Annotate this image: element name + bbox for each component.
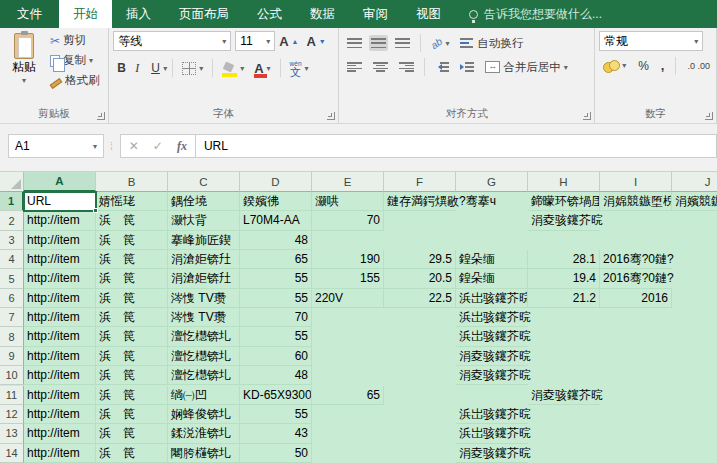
cell-I5[interactable]: 2016骞?0鏈? bbox=[600, 269, 672, 288]
font-size-select[interactable]: 11▾ bbox=[235, 31, 275, 51]
cell-B2[interactable]: 浜 笢 bbox=[96, 211, 168, 230]
row-header-8[interactable]: 8 bbox=[0, 327, 24, 346]
cell-G5[interactable]: 鍠朵缅 bbox=[456, 269, 528, 288]
cell-D2[interactable]: L70M4-AA bbox=[240, 211, 312, 230]
cell-B12[interactable]: 浜 笢 bbox=[96, 405, 168, 424]
bold-button[interactable]: B bbox=[113, 59, 129, 77]
row-header-3[interactable]: 3 bbox=[0, 231, 24, 250]
cell-D1[interactable]: 鍨嬪彿 bbox=[240, 192, 312, 211]
cell-H2[interactable]: 涓夌骇鑳芥晥 bbox=[528, 211, 600, 230]
wrap-text-button[interactable]: 自动换行 bbox=[456, 34, 527, 53]
cell-E4[interactable]: 190 bbox=[312, 250, 384, 269]
cell-A11[interactable]: http://item bbox=[24, 386, 96, 405]
cell-G7[interactable]: 浜岀骇鑳芥晥 bbox=[456, 308, 528, 327]
increase-indent-button[interactable] bbox=[456, 59, 478, 75]
cell-D3[interactable]: 48 bbox=[240, 231, 312, 250]
cell-C12[interactable]: 娴蜂俊锛圠 bbox=[168, 405, 240, 424]
cell-B10[interactable]: 浜 笢 bbox=[96, 366, 168, 385]
font-name-select[interactable]: 等线▾ bbox=[113, 31, 231, 51]
formula-bar-grip[interactable]: ⁞ bbox=[110, 141, 114, 152]
cell-C3[interactable]: 搴峰斾匠鍥 bbox=[168, 231, 240, 250]
cell-D14[interactable]: 50 bbox=[240, 444, 312, 463]
copy-dropdown-arrow[interactable]: ▾ bbox=[89, 56, 93, 65]
row-header-12[interactable]: 12 bbox=[0, 405, 24, 424]
cell-G8[interactable]: 浜岀骇鑳芥晥 bbox=[456, 327, 528, 346]
cell-F1[interactable]: 鏈存満鍔熼敭?骞搴ч bbox=[384, 192, 456, 211]
cell-A7[interactable]: http://item bbox=[24, 308, 96, 327]
copy-button[interactable]: 复制 ▾ bbox=[46, 51, 106, 70]
row-header-11[interactable]: 11 bbox=[0, 386, 24, 405]
name-box[interactable]: A1 ▾ bbox=[8, 134, 104, 158]
alignment-dialog-launcher[interactable] bbox=[583, 112, 591, 120]
cell-C4[interactable]: 涓滄姖锛圱 bbox=[168, 250, 240, 269]
select-all-button[interactable] bbox=[0, 172, 24, 192]
name-box-dropdown-arrow[interactable]: ▾ bbox=[93, 142, 97, 151]
cancel-button[interactable]: ✕ bbox=[129, 139, 139, 153]
cell-I6[interactable]: 2016 bbox=[600, 289, 672, 308]
column-header-A[interactable]: A bbox=[24, 172, 96, 192]
format-painter-button[interactable]: 格式刷 bbox=[46, 71, 106, 90]
tab-data[interactable]: 数据 bbox=[296, 0, 349, 28]
cell-H1[interactable]: 鍗曚环锛堝厓锛? bbox=[528, 192, 600, 211]
cell-G4[interactable]: 鍠朵缅 bbox=[456, 250, 528, 269]
cell-A5[interactable]: http://item bbox=[24, 269, 96, 288]
cell-D11[interactable]: KD-65X9300 bbox=[240, 386, 312, 405]
cell-E2[interactable]: 70 bbox=[312, 211, 384, 230]
row-header-14[interactable]: 14 bbox=[0, 444, 24, 463]
row-header-5[interactable]: 5 bbox=[0, 269, 24, 288]
cell-C2[interactable]: 灏忕背 bbox=[168, 211, 240, 230]
tab-page-layout[interactable]: 页面布局 bbox=[165, 0, 243, 28]
decimal-buttons[interactable]: .0 .00 bbox=[683, 59, 714, 73]
cell-F5[interactable]: 20.5 bbox=[384, 269, 456, 288]
cell-D13[interactable]: 43 bbox=[240, 424, 312, 443]
cell-C1[interactable]: 鍝佺墝 bbox=[168, 192, 240, 211]
cell-G13[interactable]: 浜岀骇鑳芥晥 bbox=[456, 424, 528, 443]
cell-G14[interactable]: 涓夌骇鑳芥晥 bbox=[456, 444, 528, 463]
cell-B8[interactable]: 浜 笢 bbox=[96, 327, 168, 346]
decrease-indent-button[interactable] bbox=[431, 59, 453, 75]
cell-D8[interactable]: 55 bbox=[240, 327, 312, 346]
italic-button[interactable]: I bbox=[131, 59, 145, 78]
cell-G12[interactable]: 浜岀骇鑳芥晥 bbox=[456, 405, 528, 424]
tab-view[interactable]: 视图 bbox=[402, 0, 455, 28]
merge-dropdown-arrow[interactable]: ▾ bbox=[564, 63, 568, 72]
cell-H6[interactable]: 21.2 bbox=[528, 289, 600, 308]
cell-A6[interactable]: http://item bbox=[24, 289, 96, 308]
column-header-D[interactable]: D bbox=[240, 172, 312, 192]
cell-E1[interactable]: 灏哄 bbox=[312, 192, 384, 211]
cell-H4[interactable]: 28.1 bbox=[528, 250, 600, 269]
cell-D4[interactable]: 65 bbox=[240, 250, 312, 269]
phonetic-guide-button[interactable]: wén文 ▾ bbox=[286, 57, 313, 79]
cell-B7[interactable]: 浜 笢 bbox=[96, 308, 168, 327]
tell-me-box[interactable]: 告诉我您想要做什么... bbox=[469, 0, 602, 28]
cell-B14[interactable]: 浜 笢 bbox=[96, 444, 168, 463]
cell-C7[interactable]: 涔愯 TV瓒 bbox=[168, 308, 240, 327]
cell-A8[interactable]: http://item bbox=[24, 327, 96, 346]
cell-A10[interactable]: http://item bbox=[24, 366, 96, 385]
cell-A3[interactable]: http://item bbox=[24, 231, 96, 250]
percent-style-button[interactable]: % bbox=[634, 57, 653, 75]
font-color-button[interactable]: A ▾ bbox=[250, 61, 274, 76]
insert-function-button[interactable]: fx bbox=[177, 139, 187, 154]
row-header-6[interactable]: 6 bbox=[0, 289, 24, 308]
cell-G6[interactable]: 浜岀骇鑳芥晥 bbox=[456, 289, 528, 308]
row-header-13[interactable]: 13 bbox=[0, 424, 24, 443]
row-header-7[interactable]: 7 bbox=[0, 308, 24, 327]
cell-D12[interactable]: 55 bbox=[240, 405, 312, 424]
cell-H11[interactable]: 涓夌骇鑳芥晥 bbox=[528, 386, 600, 405]
merge-center-button[interactable]: 合并后居中 ▾ bbox=[481, 58, 572, 77]
underline-button[interactable]: U bbox=[147, 59, 161, 77]
orientation-button[interactable]: ab▾ bbox=[427, 36, 453, 51]
cell-B5[interactable]: 浜 笢 bbox=[96, 269, 168, 288]
decrease-font-button[interactable]: A▼ bbox=[302, 32, 329, 51]
cell-B9[interactable]: 浜 笢 bbox=[96, 347, 168, 366]
column-header-F[interactable]: F bbox=[384, 172, 456, 192]
cell-D10[interactable]: 48 bbox=[240, 366, 312, 385]
cell-G9[interactable]: 涓夌骇鑳芥晥 bbox=[456, 347, 528, 366]
tab-formulas[interactable]: 公式 bbox=[243, 0, 296, 28]
cell-B1[interactable]: 婧愮珯 bbox=[96, 192, 168, 211]
cell-C10[interactable]: 澶忔櫘锛圠 bbox=[168, 366, 240, 385]
cell-D6[interactable]: 55 bbox=[240, 289, 312, 308]
cell-J1[interactable]: 涓嬪競鏃堕棿 bbox=[672, 192, 717, 211]
align-bottom-button[interactable] bbox=[391, 35, 414, 51]
